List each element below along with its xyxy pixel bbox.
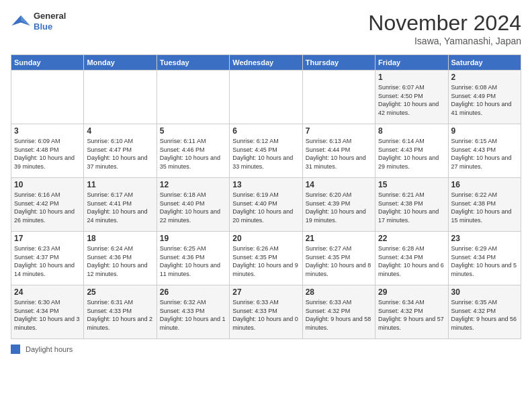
day-number: 22 [378,234,445,243]
calendar-day: 3Sunrise: 6:09 AM Sunset: 4:48 PM Daylig… [11,124,84,178]
title-block: November 2024 Isawa, Yamanashi, Japan [368,11,521,46]
calendar-day: 24Sunrise: 6:30 AM Sunset: 4:34 PM Dayli… [11,285,84,339]
day-info: Sunrise: 6:14 AM Sunset: 4:43 PM Dayligh… [378,137,445,171]
day-info: Sunrise: 6:16 AM Sunset: 4:42 PM Dayligh… [14,191,81,224]
calendar-day: 29Sunrise: 6:34 AM Sunset: 4:32 PM Dayli… [375,285,448,339]
calendar-week-1: 1Sunrise: 6:07 AM Sunset: 4:50 PM Daylig… [11,71,521,124]
logo: General Blue [11,11,66,32]
day-info: Sunrise: 6:18 AM Sunset: 4:40 PM Dayligh… [160,191,226,224]
calendar-day: 4Sunrise: 6:10 AM Sunset: 4:47 PM Daylig… [84,124,157,178]
header-day-saturday: Saturday [448,55,521,71]
calendar-week-4: 17Sunrise: 6:23 AM Sunset: 4:37 PM Dayli… [11,232,521,285]
calendar-day: 7Sunrise: 6:13 AM Sunset: 4:44 PM Daylig… [302,124,375,178]
day-number: 25 [87,287,153,297]
day-info: Sunrise: 6:24 AM Sunset: 4:36 PM Dayligh… [87,244,153,278]
day-info: Sunrise: 6:25 AM Sunset: 4:36 PM Dayligh… [160,244,226,278]
day-number: 17 [14,234,81,243]
calendar-day: 14Sunrise: 6:20 AM Sunset: 4:39 PM Dayli… [302,178,375,232]
header-day-sunday: Sunday [11,55,84,71]
day-info: Sunrise: 6:13 AM Sunset: 4:44 PM Dayligh… [306,137,372,171]
day-info: Sunrise: 6:33 AM Sunset: 4:33 PM Dayligh… [232,298,299,332]
page-header: General Blue November 2024 Isawa, Yamana… [11,11,521,46]
day-info: Sunrise: 6:31 AM Sunset: 4:33 PM Dayligh… [87,298,153,332]
day-number: 26 [160,287,226,297]
day-number: 18 [87,234,153,243]
day-number: 24 [14,287,81,297]
day-number: 21 [306,234,372,243]
day-info: Sunrise: 6:32 AM Sunset: 4:33 PM Dayligh… [160,298,226,332]
calendar-body: 1Sunrise: 6:07 AM Sunset: 4:50 PM Daylig… [11,71,521,339]
calendar-day: 21Sunrise: 6:27 AM Sunset: 4:35 PM Dayli… [302,232,375,285]
calendar-day: 25Sunrise: 6:31 AM Sunset: 4:33 PM Dayli… [84,285,157,339]
logo-blue: Blue [34,21,66,32]
month-year-title: November 2024 [368,11,521,36]
day-number: 12 [160,180,226,189]
calendar-day [11,71,84,124]
calendar-day: 9Sunrise: 6:15 AM Sunset: 4:43 PM Daylig… [448,124,521,178]
calendar-day [302,71,375,124]
day-info: Sunrise: 6:28 AM Sunset: 4:34 PM Dayligh… [378,244,445,278]
day-info: Sunrise: 6:30 AM Sunset: 4:34 PM Dayligh… [14,298,81,332]
day-number: 15 [378,180,445,189]
day-number: 28 [306,287,372,297]
day-info: Sunrise: 6:12 AM Sunset: 4:45 PM Dayligh… [232,137,299,171]
day-number: 23 [451,234,518,243]
calendar-day: 27Sunrise: 6:33 AM Sunset: 4:33 PM Dayli… [230,285,302,339]
day-number: 20 [232,234,299,243]
calendar-table: SundayMondayTuesdayWednesdayThursdayFrid… [11,54,521,339]
legend-label: Daylight hours [26,345,73,353]
day-number: 19 [160,234,226,243]
day-info: Sunrise: 6:11 AM Sunset: 4:46 PM Dayligh… [160,137,226,171]
calendar-day: 13Sunrise: 6:19 AM Sunset: 4:40 PM Dayli… [230,178,302,232]
header-day-tuesday: Tuesday [157,55,229,71]
day-number: 9 [451,126,518,136]
calendar-day: 11Sunrise: 6:17 AM Sunset: 4:41 PM Dayli… [84,178,157,232]
calendar-day: 6Sunrise: 6:12 AM Sunset: 4:45 PM Daylig… [230,124,302,178]
day-info: Sunrise: 6:22 AM Sunset: 4:38 PM Dayligh… [451,191,518,224]
day-number: 4 [87,126,153,136]
day-info: Sunrise: 6:26 AM Sunset: 4:35 PM Dayligh… [232,244,299,278]
day-number: 11 [87,180,153,189]
day-number: 8 [378,126,445,136]
calendar-header: SundayMondayTuesdayWednesdayThursdayFrid… [11,55,521,71]
calendar-day: 26Sunrise: 6:32 AM Sunset: 4:33 PM Dayli… [157,285,229,339]
legend-color-box [11,345,20,354]
location-subtitle: Isawa, Yamanashi, Japan [368,36,521,46]
calendar-day: 17Sunrise: 6:23 AM Sunset: 4:37 PM Dayli… [11,232,84,285]
day-info: Sunrise: 6:23 AM Sunset: 4:37 PM Dayligh… [14,244,81,278]
calendar-day [157,71,229,124]
calendar-day: 23Sunrise: 6:29 AM Sunset: 4:34 PM Dayli… [448,232,521,285]
day-number: 7 [306,126,372,136]
header-day-monday: Monday [84,55,157,71]
day-number: 6 [232,126,299,136]
day-number: 1 [378,73,445,82]
day-number: 30 [451,287,518,297]
header-row: SundayMondayTuesdayWednesdayThursdayFrid… [11,55,521,71]
logo-text: General Blue [34,11,66,32]
calendar-week-3: 10Sunrise: 6:16 AM Sunset: 4:42 PM Dayli… [11,178,521,232]
day-info: Sunrise: 6:08 AM Sunset: 4:49 PM Dayligh… [451,83,518,117]
day-info: Sunrise: 6:27 AM Sunset: 4:35 PM Dayligh… [306,244,372,278]
day-number: 2 [451,73,518,82]
calendar-day: 19Sunrise: 6:25 AM Sunset: 4:36 PM Dayli… [157,232,229,285]
calendar-day: 28Sunrise: 6:33 AM Sunset: 4:32 PM Dayli… [302,285,375,339]
calendar-day: 18Sunrise: 6:24 AM Sunset: 4:36 PM Dayli… [84,232,157,285]
calendar-day [230,71,302,124]
day-number: 3 [14,126,81,136]
day-number: 13 [232,180,299,189]
calendar-day: 5Sunrise: 6:11 AM Sunset: 4:46 PM Daylig… [157,124,229,178]
day-number: 16 [451,180,518,189]
calendar-day: 16Sunrise: 6:22 AM Sunset: 4:38 PM Dayli… [448,178,521,232]
header-day-wednesday: Wednesday [230,55,302,71]
header-day-thursday: Thursday [302,55,375,71]
calendar-day: 2Sunrise: 6:08 AM Sunset: 4:49 PM Daylig… [448,71,521,124]
day-info: Sunrise: 6:20 AM Sunset: 4:39 PM Dayligh… [306,191,372,224]
calendar-day [84,71,157,124]
day-info: Sunrise: 6:29 AM Sunset: 4:34 PM Dayligh… [451,244,518,278]
calendar-day: 10Sunrise: 6:16 AM Sunset: 4:42 PM Dayli… [11,178,84,232]
calendar-day: 8Sunrise: 6:14 AM Sunset: 4:43 PM Daylig… [375,124,448,178]
day-info: Sunrise: 6:10 AM Sunset: 4:47 PM Dayligh… [87,137,153,171]
day-number: 29 [378,287,445,297]
calendar-day: 30Sunrise: 6:35 AM Sunset: 4:32 PM Dayli… [448,285,521,339]
day-info: Sunrise: 6:34 AM Sunset: 4:32 PM Dayligh… [378,298,445,332]
